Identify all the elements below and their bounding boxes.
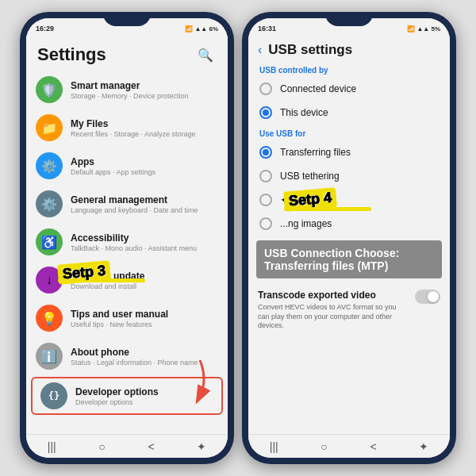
usb-tethering-option[interactable]: USB tethering	[248, 164, 450, 188]
wifi-icon: 📶	[185, 25, 193, 33]
this-device-label: This device	[280, 107, 328, 118]
this-device-option[interactable]: This device	[248, 101, 450, 125]
midi-radio[interactable]	[259, 194, 272, 206]
settings-title: Settings	[37, 44, 106, 65]
smart-manager-icon: 🛡️	[36, 76, 63, 103]
toggle-knob	[428, 291, 439, 302]
left-phone: 16:29 📶 ▲▲ 6% Settings 🔍 🛡️ Smart manage…	[20, 12, 234, 464]
item-subtitle: Recent files · Storage · Analyze storage	[71, 130, 218, 138]
usb-title: USB settings	[268, 42, 352, 58]
list-item[interactable]: 📁 My Files Recent files · Storage · Anal…	[26, 109, 228, 147]
nav-back[interactable]: <	[148, 440, 154, 453]
wifi-icon-right: 📶	[407, 25, 415, 33]
charging-option[interactable]: ...ng images	[248, 212, 450, 236]
transcode-toggle[interactable]	[415, 290, 440, 304]
connected-device-option[interactable]: Connected device	[248, 77, 450, 101]
charging-label: ...ng images	[280, 218, 332, 229]
radio-dot	[263, 149, 269, 155]
battery-right: ▲▲ 5%	[416, 25, 440, 33]
item-title: Smart manager	[71, 80, 218, 91]
transcode-title: Transcode exported video	[258, 290, 409, 301]
list-item[interactable]: ⚙️ Apps Default apps · App settings	[26, 147, 228, 185]
connected-device-radio[interactable]	[259, 83, 272, 95]
item-subtitle: Storage · Memory · Device protection	[71, 92, 218, 100]
usb-connection-text: USB Connection Choose: Transferring file…	[264, 247, 434, 272]
general-icon: ⚙️	[36, 190, 63, 217]
nav-bar-right: ||| ○ < ✦	[248, 434, 450, 458]
item-subtitle: Language and keyboard · Date and time	[71, 206, 218, 214]
tips-icon: 💡	[36, 305, 63, 332]
list-item[interactable]: ⚙️ General management Language and keybo…	[26, 185, 228, 223]
search-button[interactable]: 🔍	[194, 44, 217, 66]
transferring-label: Transferring files	[280, 147, 351, 158]
connected-device-label: Connected device	[280, 83, 356, 94]
nav-assist-right[interactable]: ✦	[419, 440, 428, 453]
notch-right	[325, 12, 373, 26]
use-usb-label: Use USB for	[248, 125, 450, 140]
list-item[interactable]: ♿ Accessibility TalkBack · Mono audio · …	[26, 223, 228, 261]
tips-subtitle: Useful tips · New features	[71, 321, 218, 328]
transferring-files-option[interactable]: Transferring files	[248, 140, 450, 164]
list-item[interactable]: 🛡️ Smart manager Storage · Memory · Devi…	[26, 71, 228, 109]
tips-title: Tips and user manual	[71, 309, 218, 320]
notch-left	[103, 12, 151, 26]
transcode-desc: Convert HEVC videos to AVC format so you…	[258, 303, 409, 331]
arrow-annotation	[180, 356, 220, 404]
nav-recent[interactable]: |||	[48, 440, 56, 453]
usb-header: ‹ USB settings	[248, 36, 450, 61]
nav-recent-right[interactable]: |||	[270, 440, 278, 453]
tethering-radio[interactable]	[259, 170, 272, 182]
item-title: My Files	[71, 118, 218, 129]
settings-screen: Settings 🔍 🛡️ Smart manager Storage · Me…	[26, 36, 228, 434]
radio-dot	[263, 109, 269, 116]
step3-section: ↓ Software update Download and install S…	[26, 261, 228, 299]
transferring-radio[interactable]	[259, 146, 272, 159]
step4-section: ✦ MIDI Setp 4	[248, 188, 450, 212]
this-device-radio[interactable]	[259, 106, 272, 119]
nav-home-right[interactable]: ○	[321, 440, 327, 453]
usb-connection-box: USB Connection Choose: Transferring file…	[256, 240, 442, 278]
item-title: General management	[71, 194, 218, 205]
accessibility-icon: ♿	[36, 228, 63, 255]
my-files-icon: 📁	[36, 114, 63, 141]
item-subtitle: Download and install	[71, 282, 218, 290]
item-title: Accessibility	[71, 232, 218, 244]
tips-item[interactable]: 💡 Tips and user manual Useful tips · New…	[26, 299, 228, 337]
transcode-row: Transcode exported video Convert HEVC vi…	[258, 290, 440, 331]
settings-header: Settings 🔍	[26, 36, 228, 71]
nav-home[interactable]: ○	[98, 440, 105, 453]
charging-radio[interactable]	[259, 217, 272, 230]
back-button[interactable]: ‹	[258, 43, 262, 57]
nav-back-right[interactable]: <	[370, 440, 376, 453]
item-subtitle: Default apps · App settings	[71, 168, 218, 176]
developer-icon: {}	[40, 382, 67, 409]
item-title: Apps	[71, 156, 218, 167]
accessibility-text: Accessibility TalkBack · Mono audio · As…	[71, 232, 218, 252]
nav-bar-left: ||| ○ < ✦	[26, 434, 228, 458]
my-files-text: My Files Recent files · Storage · Analyz…	[71, 118, 218, 138]
general-text: General management Language and keyboard…	[71, 194, 218, 214]
tethering-label: USB tethering	[280, 171, 340, 182]
right-phone: 16:31 📶 ▲▲ 5% ‹ USB settings USB control…	[242, 12, 456, 464]
battery-left: ▲▲ 6%	[194, 25, 218, 33]
apps-icon: ⚙️	[36, 152, 63, 179]
time-right: 16:31	[258, 25, 276, 33]
item-subtitle: TalkBack · Mono audio · Assistant menu	[71, 244, 218, 252]
tips-text: Tips and user manual Useful tips · New f…	[71, 309, 218, 328]
nav-assist[interactable]: ✦	[197, 440, 206, 453]
about-icon: ℹ️	[36, 343, 63, 370]
time-left: 16:29	[36, 25, 54, 33]
usb-controlled-label: USB controlled by	[248, 61, 450, 77]
transcode-text: Transcode exported video Convert HEVC vi…	[258, 290, 409, 331]
smart-manager-text: Smart manager Storage · Memory · Device …	[71, 80, 218, 100]
apps-text: Apps Default apps · App settings	[71, 156, 218, 176]
transcode-section: Transcode exported video Convert HEVC vi…	[248, 283, 450, 337]
usb-screen: ‹ USB settings USB controlled by Connect…	[248, 36, 450, 434]
